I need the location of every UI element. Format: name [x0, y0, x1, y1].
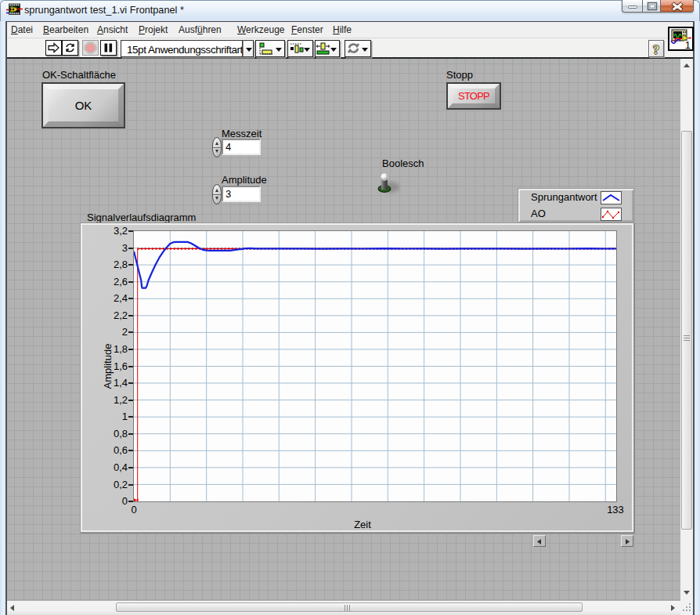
svg-text:?: ? [653, 42, 660, 57]
